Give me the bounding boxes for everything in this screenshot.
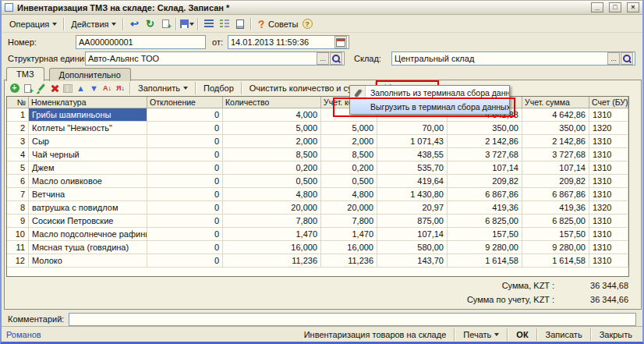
- cell-sum[interactable]: 209,82: [448, 175, 522, 188]
- cell-account[interactable]: 1310: [589, 254, 628, 268]
- cell-acc-qty[interactable]: 11,236: [321, 254, 377, 268]
- operation-menu[interactable]: Операция: [5, 18, 61, 30]
- cell-deviation[interactable]: 0: [147, 254, 223, 268]
- cell-acc-sum[interactable]: 419,36: [522, 201, 589, 215]
- cell-sum[interactable]: 419,36: [448, 201, 522, 215]
- cell-acc-sum[interactable]: 2 142,86: [522, 135, 589, 148]
- move-down-button[interactable]: ▼: [87, 83, 101, 94]
- unit-search-button[interactable]: [330, 52, 342, 65]
- cell-acc-sum[interactable]: 4 642,86: [522, 108, 589, 122]
- cell-acc-qty[interactable]: 7,800: [321, 215, 377, 228]
- tab-tmz[interactable]: ТМЗ: [6, 67, 44, 81]
- cell-qty[interactable]: 4,800: [223, 188, 321, 201]
- cell-price[interactable]: 70,00: [377, 122, 448, 135]
- date-field[interactable]: 14.01.2013 11:59:36: [228, 35, 349, 49]
- cell-account[interactable]: 1310: [589, 175, 628, 188]
- cell-deviation[interactable]: 0: [147, 161, 223, 175]
- cell-acc-qty[interactable]: 16,000: [321, 241, 377, 254]
- sort-asc-button[interactable]: А↓: [101, 83, 114, 94]
- cell-deviation[interactable]: 0: [147, 122, 223, 135]
- number-field[interactable]: АА000000001: [76, 35, 206, 49]
- cell-acc-qty[interactable]: 5,000: [321, 122, 377, 135]
- cell-qty[interactable]: 5,000: [223, 122, 321, 135]
- cell-acc-sum[interactable]: 6 867,86: [522, 188, 589, 201]
- cell-num[interactable]: 9: [7, 215, 29, 228]
- cell-num[interactable]: 8: [7, 201, 29, 215]
- warehouse-field[interactable]: Центральный склад...: [391, 51, 635, 66]
- cell-deviation[interactable]: 0: [147, 228, 223, 241]
- cell-name[interactable]: ватрушка с повидлом: [29, 201, 147, 215]
- cell-acc-sum[interactable]: 157,50: [522, 228, 589, 241]
- save-button[interactable]: Записать: [540, 329, 588, 340]
- minimize-button[interactable]: _: [591, 2, 603, 12]
- cell-sum[interactable]: 1 614,58: [448, 254, 522, 268]
- delete-row-button[interactable]: [48, 83, 61, 94]
- cell-sum[interactable]: 9 280,00: [448, 241, 522, 254]
- cell-acc-qty[interactable]: 0,200: [321, 161, 377, 175]
- cell-account[interactable]: 1310: [589, 135, 628, 148]
- cell-name[interactable]: Джем: [29, 161, 147, 175]
- cell-acc-qty[interactable]: 1,470: [321, 228, 377, 241]
- cell-name[interactable]: Грибы шампиньоны: [29, 108, 147, 122]
- cell-account[interactable]: 1310: [589, 241, 628, 254]
- cell-acc-qty[interactable]: 4,800: [321, 188, 377, 201]
- edit-row-button[interactable]: [34, 83, 48, 94]
- move-up-button[interactable]: ▲: [74, 83, 87, 94]
- cell-qty[interactable]: 7,800: [223, 215, 321, 228]
- cell-num[interactable]: 3: [7, 135, 29, 148]
- go-to-button[interactable]: [179, 17, 195, 31]
- cell-num[interactable]: 5: [7, 161, 29, 175]
- cell-acc-qty[interactable]: 2,000: [321, 135, 377, 148]
- cell-acc-sum[interactable]: 209,82: [522, 175, 589, 188]
- cell-num[interactable]: 2: [7, 122, 29, 135]
- cell-num[interactable]: 12: [7, 254, 29, 268]
- cell-account[interactable]: 1310: [589, 228, 628, 241]
- cell-acc-sum[interactable]: 6 825,00: [522, 215, 589, 228]
- cell-account[interactable]: 1310: [589, 215, 628, 228]
- levels-button[interactable]: [61, 83, 74, 94]
- close-button[interactable]: ×: [627, 2, 639, 12]
- cell-name[interactable]: Масло оливковое: [29, 175, 147, 188]
- cell-acc-sum[interactable]: 107,14: [522, 161, 589, 175]
- warehouse-search-button[interactable]: [621, 52, 633, 65]
- cell-account[interactable]: 1310: [589, 188, 628, 201]
- cell-deviation[interactable]: 0: [147, 135, 223, 148]
- cell-acc-sum[interactable]: 9 280,00: [522, 241, 589, 254]
- cell-price[interactable]: 143,70: [377, 254, 448, 268]
- cell-qty[interactable]: 20,000: [223, 201, 321, 215]
- cell-deviation[interactable]: 0: [147, 241, 223, 254]
- cell-name[interactable]: Молоко: [29, 254, 147, 268]
- cell-price[interactable]: 1 430,80: [377, 188, 448, 201]
- settings-list-button[interactable]: [217, 17, 232, 31]
- cell-account[interactable]: 1310: [589, 161, 628, 175]
- cell-sum[interactable]: 157,50: [448, 228, 522, 241]
- cell-name[interactable]: Масло подсолнечное рафиниро...: [29, 228, 147, 241]
- cell-account[interactable]: 1320: [589, 201, 628, 215]
- cell-acc-sum[interactable]: 3 727,68: [522, 148, 589, 161]
- cell-deviation[interactable]: 0: [147, 188, 223, 201]
- refresh-button[interactable]: ↻: [142, 17, 157, 31]
- cell-price[interactable]: 875,00: [377, 215, 448, 228]
- cell-deviation[interactable]: 0: [147, 108, 223, 122]
- menu-item[interactable]: Выгрузить в терминал сбора данных: [350, 100, 509, 114]
- cell-qty[interactable]: 2,000: [223, 135, 321, 148]
- cell-price[interactable]: 438,55: [377, 148, 448, 161]
- calendar-button[interactable]: [334, 36, 347, 48]
- tips-button[interactable]: ?Советы: [254, 18, 302, 30]
- cell-price[interactable]: 580,00: [377, 241, 448, 254]
- cell-acc-sum[interactable]: 350,00: [522, 122, 589, 135]
- sort-desc-button[interactable]: Я↓: [114, 83, 127, 94]
- cell-price[interactable]: 535,70: [377, 161, 448, 175]
- close-doc-button[interactable]: Закрыть: [594, 329, 638, 340]
- actions-menu[interactable]: Действия: [67, 18, 120, 30]
- cell-account[interactable]: 1310: [589, 148, 628, 161]
- unit-field[interactable]: Авто-Альянс ТОО...: [85, 51, 345, 66]
- author-link[interactable]: Романов: [6, 330, 41, 339]
- cell-sum[interactable]: 6 825,00: [448, 215, 522, 228]
- ok-button[interactable]: ОК: [511, 329, 533, 340]
- cell-num[interactable]: 7: [7, 188, 29, 201]
- cell-deviation[interactable]: 0: [147, 175, 223, 188]
- pick-button[interactable]: Подбор: [199, 83, 239, 94]
- cell-deviation[interactable]: 0: [147, 201, 223, 215]
- reread-button[interactable]: ↩: [126, 17, 142, 31]
